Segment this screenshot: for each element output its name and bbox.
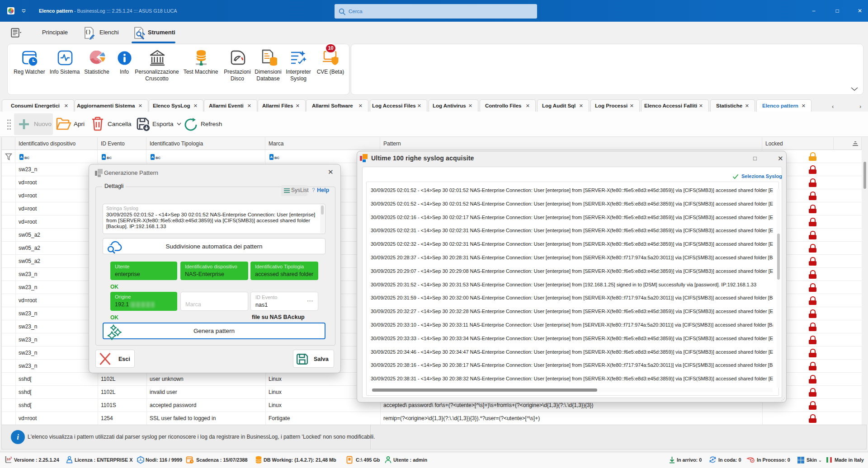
svg-text:3: 3 (10, 456, 12, 459)
svg-text:{ }: { } (86, 29, 91, 34)
